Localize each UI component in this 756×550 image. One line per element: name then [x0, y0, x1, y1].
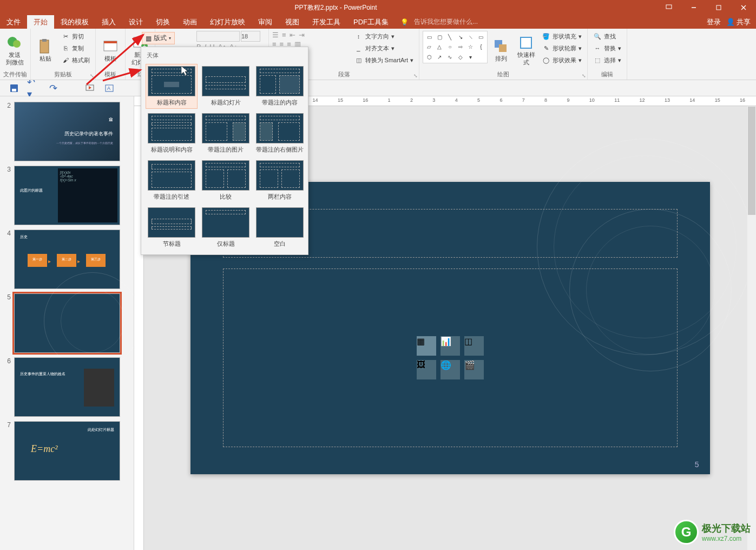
drawing-launcher-icon[interactable]: ⤡ — [582, 73, 586, 78]
layout-option[interactable]: 节标题 — [146, 205, 198, 250]
replace-button[interactable]: ↔替换 ▾ — [591, 43, 623, 54]
insert-picture-icon[interactable]: 🖼 — [417, 360, 436, 379]
text-direction-button[interactable]: ↕文字方向 ▾ — [352, 31, 416, 42]
layout-option[interactable]: 两栏内容 — [254, 158, 306, 203]
tab-developer[interactable]: 开发工具 — [306, 15, 347, 29]
layout-option[interactable]: 带题注的内容 — [254, 64, 306, 109]
login-link[interactable]: 登录 — [707, 17, 721, 27]
shape-star-icon[interactable]: ☆ — [466, 42, 476, 51]
undo-button[interactable]: ↶ ▾ — [27, 82, 40, 95]
shape-effects-button[interactable]: ◯形状效果 ▾ — [540, 55, 584, 66]
replace-icon: ↔ — [593, 44, 602, 53]
cut-button[interactable]: ✂剪切 — [59, 31, 92, 42]
template-button[interactable]: 模板 — [99, 31, 122, 69]
layout-option[interactable]: 标题幻灯片 — [200, 64, 252, 109]
shape-flow-icon[interactable]: ◇ — [455, 53, 465, 62]
layout-option[interactable]: 仅标题 — [200, 205, 252, 250]
tab-templates[interactable]: 我的模板 — [54, 15, 95, 29]
shape-hex-icon[interactable]: ⬡ — [424, 53, 434, 62]
find-button[interactable]: 🔍查找 — [591, 31, 623, 42]
slideshow-button[interactable] — [83, 82, 96, 95]
shape-circ-icon[interactable]: ○ — [445, 42, 455, 51]
insert-smartart-icon[interactable]: ◫ — [464, 336, 484, 356]
tellme-input[interactable]: 告诉我您想要做什么... — [414, 17, 478, 27]
slide-thumbnail-panel[interactable]: 2 🏛 历史记录中的著名事件 一个历史档案，成长于事件初创的一个方面历史 3 此… — [0, 96, 134, 550]
textbox-button[interactable]: A — [103, 82, 116, 95]
align-text-button[interactable]: ⎯对齐文本 ▾ — [352, 43, 416, 54]
shape-arrow2-icon[interactable]: ↗ — [435, 53, 444, 62]
clipboard-launcher-icon[interactable]: ⤡ — [90, 73, 94, 78]
smartart-button[interactable]: ◫转换为 SmartArt ▾ — [352, 55, 416, 66]
copy-button[interactable]: ⎘复制 — [59, 43, 92, 54]
shape-conn-icon[interactable]: ↘ — [455, 32, 465, 42]
indent-inc-button[interactable]: ⇥ — [299, 31, 305, 39]
tab-view[interactable]: 视图 — [279, 15, 306, 29]
numbering-button[interactable]: ≡ — [282, 31, 286, 39]
tab-animations[interactable]: 动画 — [176, 15, 203, 29]
tab-home[interactable]: 开始 — [27, 15, 54, 29]
thumbnail-slide-6[interactable]: 6 历史事件的重要人物的姓名 — [0, 355, 134, 419]
thumbnail-slide-7[interactable]: 7 此处幻灯片标题 E=mc² — [0, 419, 134, 483]
insert-table-icon[interactable]: ▦ — [417, 336, 436, 356]
shape-outline-button[interactable]: ✎形状轮廓 ▾ — [540, 43, 584, 54]
bullets-button[interactable]: ☰ — [272, 31, 279, 39]
select-button[interactable]: ⬚选择 ▾ — [591, 55, 623, 66]
quick-styles-button[interactable]: 快速样式 — [515, 31, 537, 69]
insert-online-picture-icon[interactable]: 🌐 — [441, 360, 460, 379]
group-editing: 编辑 — [591, 69, 623, 78]
vertical-scrollbar[interactable] — [747, 106, 756, 550]
tab-design[interactable]: 设计 — [122, 15, 149, 29]
indent-dec-button[interactable]: ⇤ — [290, 31, 295, 39]
thumbnail-slide-2[interactable]: 2 🏛 历史记录中的著名事件 一个历史档案，成长于事件初创的一个方面历史 — [0, 100, 134, 163]
tab-file[interactable]: 文件 — [0, 15, 27, 29]
thumbnail-slide-3[interactable]: 3 此图片的标题 ∫f(x)dx√b²-4acf(x)=Sin x — [0, 163, 134, 227]
shapes-gallery[interactable]: ▭▢╲↘⟍▭ ▱△○⇨☆{ ⬡↗∿◇▾ — [423, 31, 488, 63]
insert-video-icon[interactable]: 🎬 — [464, 360, 484, 379]
shape-line-icon[interactable]: ╲ — [445, 32, 455, 42]
layout-option[interactable]: 比较 — [200, 158, 252, 203]
paragraph-launcher-icon[interactable]: ⤡ — [413, 73, 418, 78]
font-family-input[interactable] — [196, 31, 240, 42]
arrange-button[interactable]: 排列 — [490, 31, 512, 69]
shape-rect2-icon[interactable]: ▭ — [476, 32, 486, 42]
shape-rect-icon[interactable]: ▭ — [424, 32, 434, 42]
shape-rrect-icon[interactable]: ▢ — [435, 32, 444, 42]
insert-chart-icon[interactable]: 📊 — [441, 336, 460, 356]
tab-review[interactable]: 审阅 — [252, 15, 279, 29]
wechat-send-button[interactable]: 发送 到微信 — [3, 31, 26, 69]
close-button[interactable] — [731, 0, 756, 15]
layout-option[interactable]: 空白 — [254, 205, 306, 250]
svg-rect-8 — [42, 39, 47, 42]
tab-slideshow[interactable]: 幻灯片放映 — [203, 15, 252, 29]
layout-dropdown-button[interactable]: ▦ 版式 ▾ — [142, 32, 175, 44]
redo-button[interactable]: ↷ — [47, 82, 60, 95]
layout-option[interactable]: 带题注的图片 — [200, 111, 252, 156]
content-placeholder[interactable]: ▦ 📊 ◫ 🖼 🌐 🎬 — [223, 269, 678, 447]
layout-option[interactable]: 标题和内容 — [146, 64, 198, 109]
shape-arrow-icon[interactable]: ⇨ — [455, 42, 465, 51]
thumbnail-preview: 此处幻灯片标题 E=mc² — [14, 421, 120, 481]
font-size-input[interactable] — [241, 31, 260, 42]
save-button[interactable] — [8, 82, 21, 95]
layout-option[interactable]: 标题说明和内容 — [146, 111, 198, 156]
tab-insert[interactable]: 插入 — [95, 15, 122, 29]
shape-tri-icon[interactable]: △ — [435, 42, 444, 51]
maximize-button[interactable] — [706, 0, 731, 15]
ribbon-options-icon[interactable] — [656, 0, 681, 15]
shape-curve-icon[interactable]: ∿ — [445, 53, 455, 62]
layout-option[interactable]: 带题注的右侧图片 — [254, 111, 306, 156]
shape-more-icon[interactable]: ▾ — [466, 53, 476, 62]
format-painter-button[interactable]: 🖌格式刷 — [59, 55, 92, 66]
paste-button[interactable]: 粘贴 — [34, 31, 57, 69]
shape-line2-icon[interactable]: ⟍ — [466, 32, 476, 42]
share-button[interactable]: 👤 共享 — [726, 17, 751, 27]
shape-fill-button[interactable]: 🪣形状填充 ▾ — [540, 31, 584, 42]
shape-brace-icon[interactable]: { — [476, 42, 486, 51]
tab-transitions[interactable]: 切换 — [149, 15, 176, 29]
tab-pdftools[interactable]: PDF工具集 — [347, 15, 395, 29]
thumbnail-slide-5[interactable]: 5 — [0, 291, 134, 355]
minimize-button[interactable] — [681, 0, 706, 15]
shape-para-icon[interactable]: ▱ — [424, 42, 434, 51]
svg-rect-18 — [12, 89, 16, 91]
layout-option[interactable]: 带题注的引述 — [146, 158, 198, 203]
